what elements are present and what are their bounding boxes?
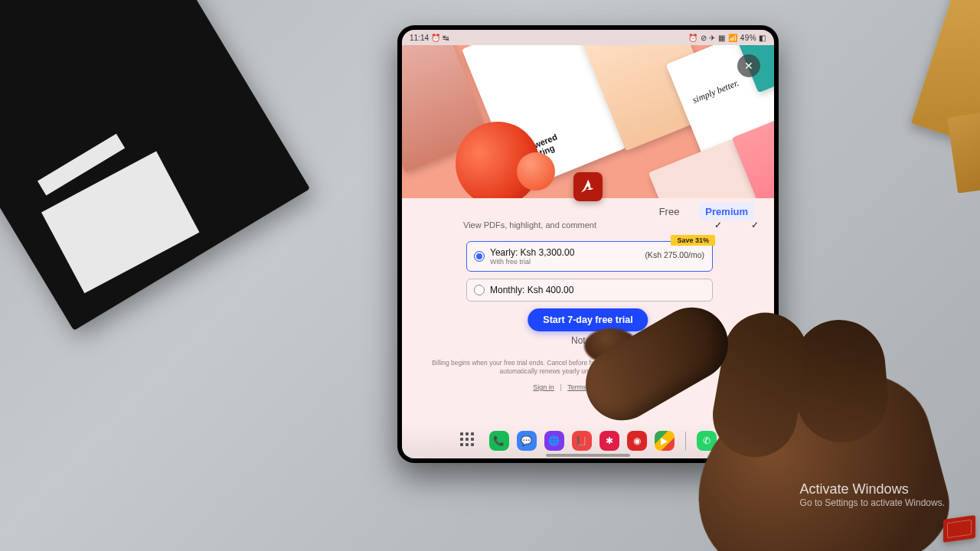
status-battery: 49% ◧ bbox=[740, 34, 766, 42]
status-right: ⏰ ⊘ ✈ ▦ 📶 49% ◧ bbox=[688, 34, 766, 42]
gallery-app-icon[interactable]: ◉ bbox=[627, 431, 647, 451]
status-bar: 11:14 ⏰ ↹ ⏰ ⊘ ✈ ▦ 📶 49% ◧ bbox=[402, 30, 774, 45]
plan-tabs: Free Premium bbox=[653, 203, 754, 220]
radio-unselected-icon bbox=[474, 285, 485, 295]
notes-app-icon[interactable]: 📕 bbox=[572, 431, 592, 451]
messages-app-icon[interactable]: 💬 bbox=[517, 431, 537, 451]
hero-tile-simply-better-text: simply better. bbox=[691, 77, 740, 106]
browser-app-icon[interactable]: 🌐 bbox=[544, 431, 564, 451]
plan-monthly[interactable]: Monthly: Ksh 400.00 bbox=[466, 279, 713, 302]
sign-in-link[interactable]: Sign in bbox=[533, 383, 554, 391]
plan-yearly-permonth: (Ksh 275.00/mo) bbox=[645, 250, 704, 259]
adobe-acrobat-badge bbox=[573, 172, 603, 201]
close-button[interactable]: ✕ bbox=[737, 54, 760, 77]
privacy-link[interactable]: Privacy bbox=[620, 383, 643, 391]
tab-premium[interactable]: Premium bbox=[699, 203, 754, 220]
product-box: Galaxy Z Fold6 bbox=[0, 0, 310, 331]
plan-monthly-title: Monthly: Ksh 400.00 bbox=[490, 285, 704, 295]
whatsapp-icon[interactable]: ✆ bbox=[697, 431, 717, 451]
gesture-bar[interactable] bbox=[546, 454, 630, 457]
plan-options: Save 31% Yearly: Ksh 3,300.00 With free … bbox=[466, 241, 713, 308]
galaxy-store-icon[interactable]: ✱ bbox=[599, 431, 619, 451]
acrobat-icon bbox=[580, 178, 596, 195]
tab-free[interactable]: Free bbox=[653, 203, 686, 220]
windows-activation-watermark: Activate Windows Go to Settings to activ… bbox=[800, 481, 945, 508]
app-drawer-icon[interactable] bbox=[460, 432, 477, 449]
screen: 11:14 ⏰ ↹ ⏰ ⊘ ✈ ▦ 📶 49% ◧ AI-Powered Mar… bbox=[402, 30, 774, 458]
status-left-icons: ⏰ ↹ bbox=[431, 34, 449, 42]
status-time: 11:14 ⏰ ↹ bbox=[410, 34, 449, 42]
close-icon: ✕ bbox=[744, 60, 753, 72]
watermark-title: Activate Windows bbox=[800, 481, 945, 497]
feature-fade bbox=[402, 227, 774, 238]
phone-app-icon[interactable]: 📞 bbox=[489, 431, 509, 451]
tablet-device: 11:14 ⏰ ↹ ⏰ ⊘ ✈ ▦ 📶 49% ◧ AI-Powered Mar… bbox=[397, 25, 779, 463]
radio-selected-icon bbox=[474, 251, 485, 262]
hero-orb-small bbox=[517, 152, 555, 191]
dock-separator bbox=[685, 432, 686, 450]
wood-block-small bbox=[947, 112, 980, 193]
legal-sep: | bbox=[560, 383, 561, 391]
billing-fineprint: Billing begins when your free trial ends… bbox=[425, 359, 751, 377]
start-trial-button[interactable]: Start 7-day free trial bbox=[528, 308, 648, 331]
terms-link[interactable]: Terms of use bbox=[567, 383, 607, 391]
play-store-icon[interactable]: ▶ bbox=[655, 431, 675, 451]
save-badge: Save 31% bbox=[671, 235, 715, 246]
legal-links: Sign in | Terms of use | Privacy bbox=[402, 383, 774, 391]
plan-yearly[interactable]: Save 31% Yearly: Ksh 3,300.00 With free … bbox=[466, 241, 713, 272]
legal-sep: | bbox=[612, 383, 614, 391]
status-time-text: 11:14 bbox=[410, 34, 429, 42]
channel-tag bbox=[943, 515, 975, 543]
watermark-sub: Go to Settings to activate Windows. bbox=[800, 497, 945, 508]
status-right-icons: ⏰ ⊘ ✈ ▦ 📶 bbox=[688, 34, 738, 42]
